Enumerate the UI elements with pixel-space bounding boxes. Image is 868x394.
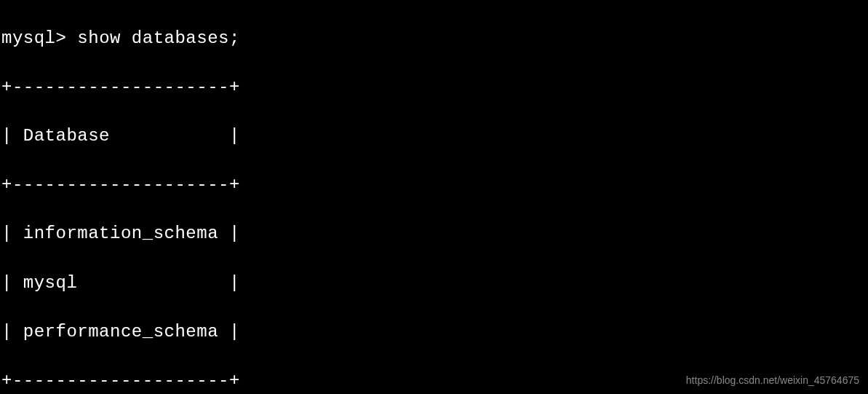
watermark-text: https://blog.csdn.net/weixin_45764675 <box>686 374 859 388</box>
table-header: | Database | <box>1 124 867 149</box>
command-line-1: mysql> show databases; <box>1 26 867 51</box>
command-text: show databases; <box>77 28 240 48</box>
table-row: | performance_schema | <box>1 320 867 344</box>
table-border: +--------------------+ <box>1 75 867 100</box>
table-border: +--------------------+ <box>1 173 867 197</box>
prompt: mysql> <box>1 28 77 48</box>
terminal-output[interactable]: mysql> show databases; +----------------… <box>1 1 867 394</box>
table-row: | information_schema | <box>1 221 867 246</box>
table-row: | mysql | <box>1 271 867 296</box>
